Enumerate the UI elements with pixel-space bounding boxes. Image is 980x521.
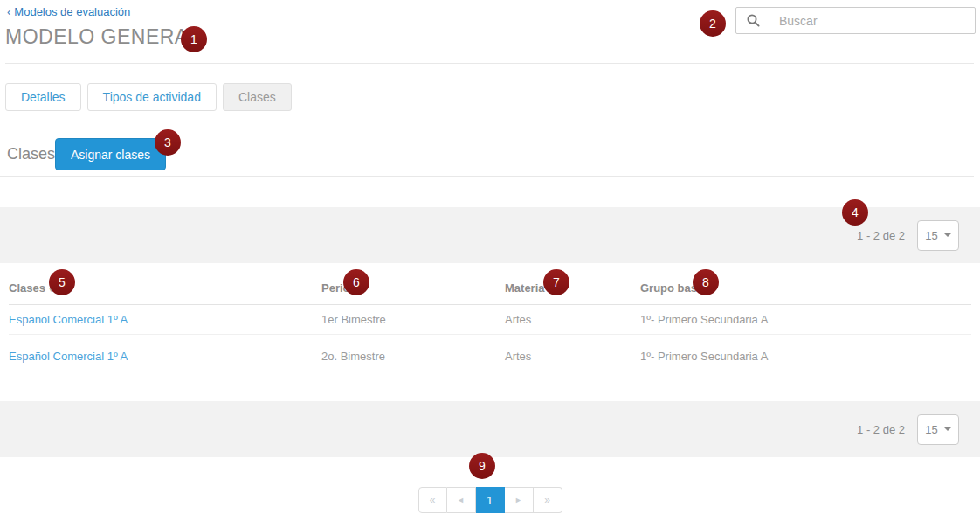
tab-detalles[interactable]: Detalles — [5, 83, 81, 111]
annotation-badge-4: 4 — [842, 199, 868, 226]
previous-page-button[interactable]: ◄ — [447, 487, 476, 513]
first-page-button[interactable]: « — [418, 487, 447, 513]
section-header: Clases Asignar clases — [7, 138, 166, 170]
table-row: Español Comercial 1º A 1er Bimestre Arte… — [9, 305, 971, 335]
annotation-badge-6: 6 — [343, 269, 369, 295]
class-link[interactable]: Español Comercial 1º A — [9, 350, 128, 363]
caret-down-icon — [944, 427, 951, 431]
breadcrumb-label: Modelos de evaluación — [14, 5, 130, 18]
search-box — [735, 7, 976, 34]
next-page-button[interactable]: ► — [505, 487, 534, 513]
header-divider — [5, 63, 974, 64]
breadcrumb-back-link[interactable]: ‹Modelos de evaluación — [7, 5, 130, 18]
search-icon — [736, 8, 770, 33]
search-input[interactable] — [770, 8, 975, 33]
annotation-badge-2: 2 — [700, 10, 726, 37]
annotation-badge-7: 7 — [543, 269, 569, 295]
assign-classes-button[interactable]: Asignar clases — [55, 138, 166, 170]
last-page-button[interactable]: » — [534, 487, 562, 513]
back-chevron-icon: ‹ — [7, 5, 10, 18]
table-row: Español Comercial 1º A 2o. Bimestre Arte… — [9, 335, 971, 377]
annotation-badge-3: 3 — [155, 129, 181, 156]
page-size-value-top: 15 — [925, 229, 937, 242]
annotation-badge-1: 1 — [181, 26, 207, 52]
classes-table: Clases▾ Periodo Materia Grupo base Españ… — [9, 271, 971, 377]
annotation-badge-9: 9 — [469, 453, 495, 479]
section-heading: Clases — [7, 145, 55, 163]
tab-clases[interactable]: Clases — [223, 83, 292, 111]
annotation-badge-5: 5 — [49, 269, 75, 295]
page-size-dropdown-bottom[interactable]: 15 — [917, 414, 959, 445]
cell-materia: Artes — [505, 350, 640, 363]
annotation-badge-8: 8 — [693, 269, 719, 295]
results-toolbar-bottom: 1 - 2 de 2 15 — [0, 401, 980, 457]
caret-down-icon — [944, 233, 951, 237]
results-toolbar-top: 1 - 2 de 2 15 — [0, 207, 980, 263]
results-range-bottom: 1 - 2 de 2 — [857, 423, 905, 436]
column-header-materia[interactable]: Materia — [505, 281, 640, 295]
table-header-row: Clases▾ Periodo Materia Grupo base — [9, 271, 971, 305]
column-header-grupo-base[interactable]: Grupo base — [640, 281, 971, 295]
page-size-value-bottom: 15 — [925, 423, 937, 436]
cell-periodo: 2o. Bimestre — [321, 350, 505, 363]
page-size-dropdown-top[interactable]: 15 — [917, 220, 959, 251]
tab-bar: Detalles Tipos de actividad Clases — [5, 83, 292, 111]
page-title: MODELO GENERAL — [5, 25, 200, 49]
class-link[interactable]: Español Comercial 1º A — [9, 313, 128, 326]
pagination: « ◄ 1 ► » — [0, 487, 980, 513]
section-divider — [0, 176, 974, 177]
cell-materia: Artes — [505, 313, 640, 326]
page-1-button[interactable]: 1 — [476, 487, 505, 513]
tab-tipos-de-actividad[interactable]: Tipos de actividad — [87, 83, 217, 111]
results-range-top: 1 - 2 de 2 — [857, 229, 905, 242]
cell-periodo: 1er Bimestre — [321, 313, 505, 326]
cell-grupo-base: 1º- Primero Secundaria A — [640, 313, 971, 326]
cell-grupo-base: 1º- Primero Secundaria A — [640, 350, 971, 363]
pagination-group: « ◄ 1 ► » — [418, 487, 562, 513]
